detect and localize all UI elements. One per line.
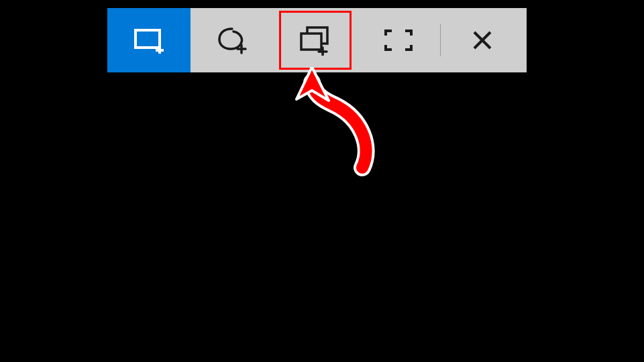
close-button[interactable] xyxy=(441,8,524,72)
window-snip-button[interactable] xyxy=(274,8,357,72)
callout-arrow xyxy=(282,67,389,188)
rectangular-snip-button[interactable] xyxy=(107,8,191,72)
freeform-snip-button[interactable] xyxy=(191,8,274,72)
freeform-snip-icon xyxy=(216,26,248,54)
snip-toolbar xyxy=(107,8,527,72)
close-icon xyxy=(472,29,493,51)
rectangular-snip-icon xyxy=(133,27,165,54)
highlight-box xyxy=(279,11,352,70)
fullscreen-snip-button[interactable] xyxy=(357,8,440,72)
fullscreen-snip-icon xyxy=(384,29,413,52)
svg-rect-0 xyxy=(136,30,160,48)
